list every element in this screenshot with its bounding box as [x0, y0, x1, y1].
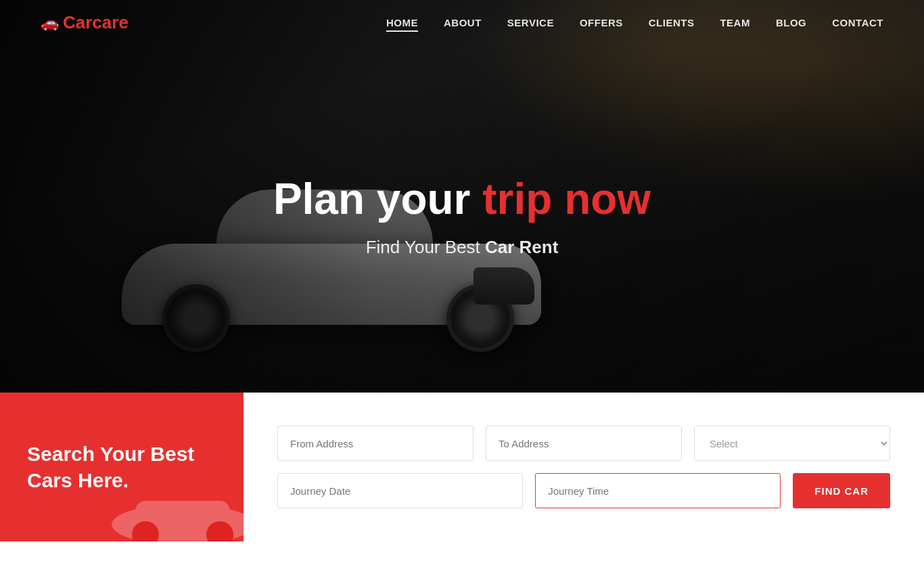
nav-link-contact[interactable]: CONTACT	[832, 17, 883, 28]
search-panel-title: Search Your Best Cars Here.	[27, 441, 216, 493]
brand-logo[interactable]: 🚗 Carcare	[41, 12, 129, 33]
nav-item-team[interactable]: TEAM	[720, 17, 750, 29]
nav-link-blog[interactable]: BLOG	[776, 17, 806, 28]
nav-item-contact[interactable]: CONTACT	[832, 17, 883, 29]
hero-title-plain: Plan your	[273, 175, 482, 223]
nav-item-home[interactable]: HOME	[386, 17, 418, 29]
nav-link-about[interactable]: ABOUT	[444, 17, 482, 28]
search-row-1: Select Economy Sedan SUV Luxury Van	[277, 426, 890, 461]
hero-subtitle: Find Your Best Car Rent	[366, 237, 559, 258]
brand-name: Carcare	[63, 12, 129, 33]
nav-item-blog[interactable]: BLOG	[776, 17, 806, 29]
from-address-input[interactable]	[277, 426, 473, 461]
nav-item-about[interactable]: ABOUT	[444, 17, 482, 29]
journey-time-input[interactable]	[535, 473, 781, 508]
car-type-select[interactable]: Select Economy Sedan SUV Luxury Van	[694, 426, 890, 461]
hero-title-highlight: trip now	[482, 175, 651, 223]
nav-item-service[interactable]: SERVICE	[507, 17, 554, 29]
journey-date-input[interactable]	[277, 473, 523, 508]
hero-title: Plan your trip now	[273, 175, 651, 223]
search-row-2: FIND CAR	[277, 473, 890, 508]
nav-link-offers[interactable]: OFFERS	[580, 17, 623, 28]
car-icon: 🚗	[41, 14, 59, 32]
find-car-button[interactable]: FIND CAR	[793, 473, 890, 508]
navbar: 🚗 Carcare HOME ABOUT SERVICE OFFERS CLIE…	[0, 0, 924, 45]
search-section: Search Your Best Cars Here. Select Econo…	[0, 393, 924, 541]
nav-link-service[interactable]: SERVICE	[507, 17, 554, 28]
to-address-input[interactable]	[486, 426, 682, 461]
search-form-panel: Select Economy Sedan SUV Luxury Van FIND…	[244, 393, 924, 541]
search-left-panel: Search Your Best Cars Here.	[0, 393, 244, 541]
nav-link-clients[interactable]: CLIENTS	[649, 17, 695, 28]
nav-item-clients[interactable]: CLIENTS	[649, 17, 695, 29]
nav-item-offers[interactable]: OFFERS	[580, 17, 623, 29]
nav-links: HOME ABOUT SERVICE OFFERS CLIENTS TEAM B…	[386, 17, 883, 29]
nav-link-home[interactable]: HOME	[386, 17, 418, 32]
hero-subtitle-plain: Find Your Best	[366, 237, 485, 257]
hero-content: Plan your trip now Find Your Best Car Re…	[0, 0, 924, 393]
hero-subtitle-bold: Car Rent	[485, 237, 558, 257]
hero-section: 🚗 Carcare HOME ABOUT SERVICE OFFERS CLIE…	[0, 0, 924, 393]
nav-link-team[interactable]: TEAM	[720, 17, 750, 28]
